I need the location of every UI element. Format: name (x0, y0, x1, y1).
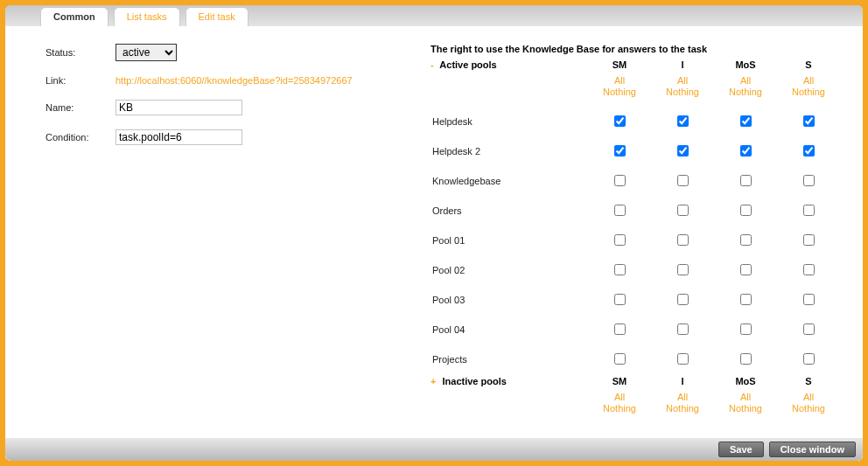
pool-name: Pool 01 (430, 235, 588, 246)
permission-checkbox[interactable] (803, 294, 815, 305)
permission-checkbox[interactable] (803, 323, 815, 335)
all-i-active[interactable]: All (651, 75, 714, 87)
pool-row: Projects (430, 344, 852, 374)
footer-bar: Save Close window (5, 438, 863, 461)
pool-row: Pool 02 (430, 255, 852, 285)
nothing-s-inactive[interactable]: Nothing (777, 403, 840, 414)
permission-checkbox[interactable] (677, 294, 689, 305)
permission-checkbox[interactable] (677, 145, 689, 156)
active-toggle-icon[interactable]: - (430, 59, 434, 70)
permission-checkbox[interactable] (677, 115, 689, 127)
permission-checkbox[interactable] (803, 353, 815, 365)
permission-checkbox[interactable] (803, 115, 815, 127)
active-section-label: Active pools (439, 59, 496, 70)
permission-checkbox[interactable] (614, 175, 626, 186)
col-s-inactive: S (777, 376, 840, 386)
pool-name: Orders (430, 205, 588, 216)
nothing-sm-inactive[interactable]: Nothing (588, 403, 651, 414)
pool-name: Helpdesk (430, 116, 588, 127)
pool-row: Helpdesk 2 (430, 136, 852, 166)
inactive-toggle-icon[interactable]: + (430, 376, 436, 386)
permission-checkbox[interactable] (740, 145, 752, 156)
link-label: Link: (46, 75, 116, 86)
permission-checkbox[interactable] (677, 205, 689, 216)
col-sm-inactive: SM (588, 376, 651, 386)
col-i: I (651, 59, 714, 70)
nothing-mos-active[interactable]: Nothing (714, 87, 777, 98)
all-mos-active[interactable]: All (714, 75, 777, 87)
permission-checkbox[interactable] (740, 353, 752, 365)
pool-name: Pool 03 (430, 295, 588, 305)
pool-name: Pool 02 (430, 265, 588, 275)
permission-checkbox[interactable] (614, 115, 626, 127)
all-i-inactive[interactable]: All (651, 392, 714, 403)
status-select[interactable]: active (116, 44, 177, 61)
permission-checkbox[interactable] (614, 264, 626, 275)
permission-checkbox[interactable] (677, 353, 689, 365)
permission-checkbox[interactable] (740, 294, 752, 305)
form-panel: Status: active Link: http://localhost:60… (46, 44, 430, 431)
col-mos-inactive: MoS (714, 376, 777, 386)
permission-checkbox[interactable] (803, 264, 815, 275)
all-mos-inactive[interactable]: All (714, 392, 777, 403)
tab-common[interactable]: Common (40, 7, 108, 26)
nothing-sm-active[interactable]: Nothing (588, 87, 651, 98)
save-button[interactable]: Save (718, 442, 764, 457)
permission-checkbox[interactable] (614, 205, 626, 216)
permission-checkbox[interactable] (740, 205, 752, 216)
pool-row: Helpdesk (430, 107, 852, 136)
all-s-inactive[interactable]: All (777, 392, 840, 403)
permission-checkbox[interactable] (740, 115, 752, 127)
pool-row: Orders (430, 196, 852, 226)
col-mos: MoS (714, 59, 777, 70)
nothing-s-active[interactable]: Nothing (777, 87, 840, 98)
pool-name: Knowledgebase (430, 176, 588, 186)
rights-panel: The right to use the Knowledge Base for … (430, 44, 852, 431)
nothing-mos-inactive[interactable]: Nothing (714, 403, 777, 414)
permission-checkbox[interactable] (614, 323, 626, 335)
status-label: Status: (46, 47, 116, 58)
col-i-inactive: I (651, 376, 714, 386)
permission-checkbox[interactable] (677, 264, 689, 275)
link-value[interactable]: http://localhost:6060//knowledgeBase?id=… (116, 75, 353, 86)
pool-name: Projects (430, 354, 588, 365)
permission-checkbox[interactable] (803, 234, 815, 246)
permission-checkbox[interactable] (740, 323, 752, 335)
permission-checkbox[interactable] (803, 145, 815, 156)
permission-checkbox[interactable] (677, 175, 689, 186)
inactive-section-label: Inactive pools (443, 376, 507, 386)
tab-list-tasks[interactable]: List tasks (114, 7, 180, 26)
name-label: Name: (46, 102, 116, 113)
pool-row: Pool 04 (430, 315, 852, 344)
permission-checkbox[interactable] (740, 175, 752, 186)
col-s: S (777, 59, 840, 70)
rights-title: The right to use the Knowledge Base for … (430, 44, 852, 54)
all-s-active[interactable]: All (777, 75, 840, 87)
tab-edit-task[interactable]: Edit task (186, 7, 248, 26)
pool-row: Pool 03 (430, 285, 852, 315)
permission-checkbox[interactable] (740, 264, 752, 275)
permission-checkbox[interactable] (614, 294, 626, 305)
permission-checkbox[interactable] (677, 323, 689, 335)
permission-checkbox[interactable] (740, 234, 752, 246)
name-input[interactable] (116, 100, 242, 115)
pool-name: Pool 04 (430, 324, 588, 335)
pool-name: Helpdesk 2 (430, 146, 588, 156)
nothing-i-inactive[interactable]: Nothing (651, 403, 714, 414)
permission-checkbox[interactable] (614, 234, 626, 246)
close-button[interactable]: Close window (769, 442, 856, 457)
permission-checkbox[interactable] (803, 175, 815, 186)
nothing-i-active[interactable]: Nothing (651, 87, 714, 98)
permission-checkbox[interactable] (677, 234, 689, 246)
pool-row: Knowledgebase (430, 166, 852, 196)
permission-checkbox[interactable] (614, 145, 626, 156)
all-sm-inactive[interactable]: All (588, 392, 651, 403)
condition-label: Condition: (46, 132, 116, 143)
permission-checkbox[interactable] (614, 353, 626, 365)
permission-checkbox[interactable] (803, 205, 815, 216)
all-sm-active[interactable]: All (588, 75, 651, 87)
col-sm: SM (588, 59, 651, 70)
tabs-bar: Common List tasks Edit task (5, 5, 863, 26)
condition-input[interactable] (116, 129, 242, 145)
pool-row: Pool 01 (430, 226, 852, 255)
